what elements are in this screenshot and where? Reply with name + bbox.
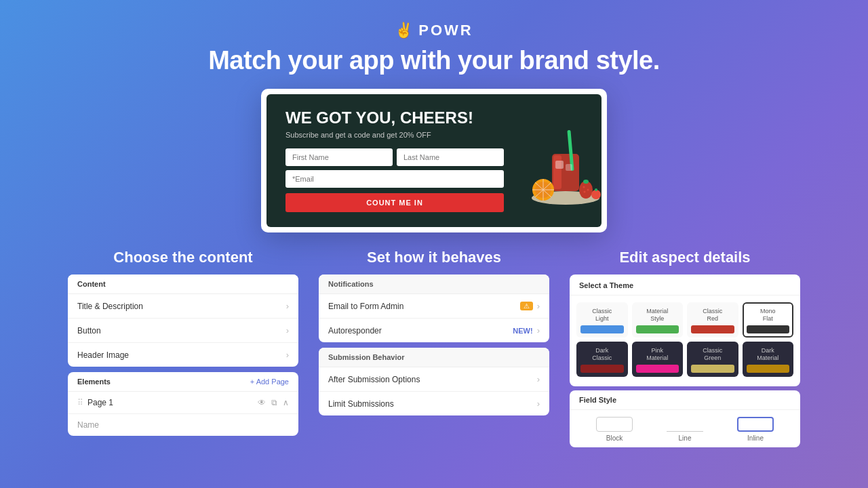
field-style-inline[interactable]: Inline [737,417,774,442]
elements-header-label: Elements [77,378,111,386]
cocktail-svg [515,110,616,211]
theme-mono-flat[interactable]: MonoFlat [743,302,794,338]
chevron-icon: › [286,350,289,360]
content-item-title[interactable]: Title & Description › [68,294,298,319]
svg-rect-5 [566,164,572,171]
svg-point-16 [584,191,586,193]
chevron-icon: › [537,399,540,409]
theme-classic-green[interactable]: ClassicGreen [687,342,738,377]
limit-submissions-label: Limit Submissions [328,399,394,409]
svg-point-14 [583,186,585,188]
cocktail-image [515,110,616,211]
col2-title: Set how it behaves [319,249,549,266]
field-style-header: Field Style [570,390,800,410]
logo-row: ✌ POWR [0,22,868,39]
chevron-icon: › [537,325,540,336]
theme-name: PinkMaterial [636,347,679,362]
theme-swatch [580,325,624,333]
svg-point-13 [583,180,589,184]
page-header: ✌ POWR Match your app with your brand st… [0,0,868,89]
content-item-header-image[interactable]: Header Image › [68,343,298,367]
after-submission-label: After Submission Options [328,375,420,384]
page-item[interactable]: ⠿ Page 1 👁 ⧉ ∧ [68,392,298,414]
theme-dark-classic[interactable]: DarkClassic [576,342,628,377]
logo-text: POWR [418,22,473,39]
theme-pink-material[interactable]: PinkMaterial [632,342,684,377]
field-style-options: Block Line Inline [570,410,800,447]
theme-swatch [636,365,679,373]
chevron-icon: › [286,325,289,336]
svg-point-18 [595,188,597,191]
powr-icon: ✌ [395,22,413,39]
bottom-columns: Choose the content Content Title & Descr… [0,249,868,447]
theme-dark-material[interactable]: DarkMaterial [743,342,794,377]
theme-material-style[interactable]: MaterialStyle [632,302,684,338]
after-submission-item[interactable]: After Submission Options › [319,367,549,392]
warning-badge: ⚠ [520,302,533,310]
email-form-admin-label: Email to Form Admin [328,302,403,311]
notifications-panel: Notifications Email to Form Admin ⚠ › Au… [319,274,549,342]
field-style-block-label: Block [606,434,623,442]
limit-submissions-item[interactable]: Limit Submissions › [319,392,549,415]
theme-classic-light[interactable]: ClassicLight [576,302,628,338]
notifications-header: Notifications [319,274,549,294]
theme-swatch [691,325,734,333]
eye-icon[interactable]: 👁 [258,398,266,407]
submission-panel: Submission Behavior After Submission Opt… [319,348,549,415]
submission-header: Submission Behavior [319,348,549,367]
last-name-input[interactable] [397,148,504,166]
email-input[interactable] [285,170,504,188]
field-style-inline-label: Inline [747,434,764,442]
theme-name: MaterialStyle [636,308,679,323]
theme-panel-header: Select a Theme [570,274,800,296]
field-style-line[interactable]: Line [667,417,703,442]
content-panel-header: Content [68,274,298,294]
submit-button[interactable]: COUNT ME IN [285,193,504,212]
form-banner-subtitle: Subscribe and get a code and get 20% OFF [285,131,504,139]
field-style-block[interactable]: Block [596,417,633,442]
theme-swatch [580,365,624,373]
field-block-preview [596,417,633,432]
name-placeholder: Name [68,414,298,436]
name-row [285,148,504,166]
autoresponder-item[interactable]: Autoresponder NEW! › [319,319,549,342]
theme-name: ClassicGreen [691,347,734,362]
page-item-left: ⠿ Page 1 [77,398,113,407]
svg-rect-4 [555,161,564,169]
form-fields: COUNT ME IN [285,148,504,212]
theme-classic-red[interactable]: ClassicRed [687,302,738,338]
col1-title: Choose the content [68,249,298,266]
email-form-admin-item[interactable]: Email to Form Admin ⚠ › [319,294,549,319]
theme-swatch [636,325,679,333]
content-item-title-label: Title & Description [77,302,143,311]
drag-handle-icon: ⠿ [77,398,83,407]
headline: Match your app with your brand style. [0,46,868,75]
content-panel: Content Title & Description › Button › H… [68,274,298,367]
email-form-admin-right: ⚠ › [520,301,540,311]
content-item-header-image-label: Header Image [77,350,129,360]
content-item-button-label: Button [77,326,101,336]
elements-panel-header-row: Elements + Add Page [68,372,298,392]
svg-point-17 [591,190,601,199]
svg-point-15 [587,189,589,191]
theme-panel: Select a Theme ClassicLight MaterialStyl… [570,274,800,386]
content-item-button[interactable]: Button › [68,319,298,343]
theme-swatch [747,325,790,333]
form-banner-title: WE GOT YOU, CHEERS! [285,109,504,127]
col3-title: Edit aspect details [570,249,800,266]
chevron-icon: › [537,301,540,311]
col-behavior: Set how it behaves Notifications Email t… [319,249,549,447]
theme-name: DarkClassic [580,347,624,362]
copy-icon[interactable]: ⧉ [271,398,277,407]
chevron-up-icon[interactable]: ∧ [283,398,289,407]
theme-swatch [747,365,790,373]
chevron-icon: › [537,374,540,384]
first-name-input[interactable] [285,148,393,166]
theme-name: MonoFlat [747,308,790,323]
autoresponder-right: NEW! › [513,325,540,336]
theme-grid: ClassicLight MaterialStyle ClassicRed Mo… [570,296,800,380]
form-left: WE GOT YOU, CHEERS! Subscribe and get a … [285,109,504,212]
add-page-button[interactable]: + Add Page [250,378,289,386]
theme-name: DarkMaterial [747,347,790,362]
col-content: Choose the content Content Title & Descr… [68,249,298,447]
